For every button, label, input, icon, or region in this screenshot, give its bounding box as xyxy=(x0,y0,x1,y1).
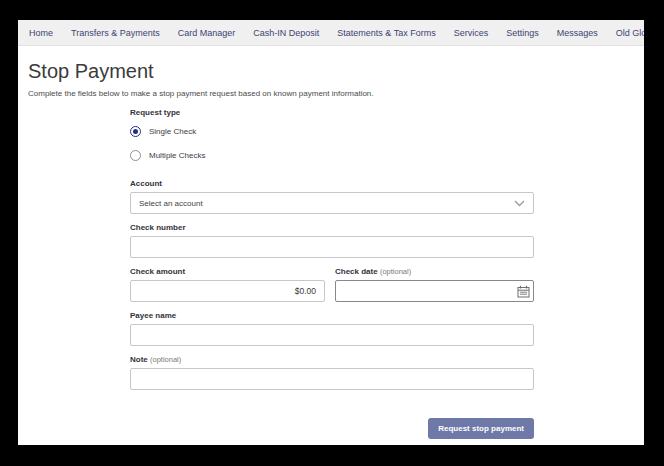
amount-date-row: Check amount $0.00 Check date (optional) xyxy=(130,267,534,302)
request-stop-payment-button[interactable]: Request stop payment xyxy=(428,418,534,439)
account-label: Account xyxy=(130,179,534,188)
nav-item-cash-in-deposit[interactable]: Cash-IN Deposit xyxy=(244,28,328,38)
page-title: Stop Payment xyxy=(28,60,634,83)
account-row: Account Select an account xyxy=(130,179,534,214)
note-label-text: Note xyxy=(130,355,148,364)
check-date-optional-text: (optional) xyxy=(380,267,411,276)
app-window: Home Transfers & Payments Card Manager C… xyxy=(18,20,644,445)
nav-item-statements-tax-forms[interactable]: Statements & Tax Forms xyxy=(328,28,444,38)
nav-item-card-manager[interactable]: Card Manager xyxy=(169,28,245,38)
request-type-label: Request type xyxy=(130,108,534,117)
note-row: Note (optional) xyxy=(130,355,534,390)
check-date-field: Check date (optional) xyxy=(335,267,534,302)
stop-payment-form: Request type Single Check Multiple Check… xyxy=(130,108,534,439)
nav-item-home[interactable]: Home xyxy=(20,28,62,38)
nav-item-old-glory-nation[interactable]: Old Glory Nation xyxy=(607,28,644,38)
main-content: Stop Payment Complete the fields below t… xyxy=(18,46,644,439)
nav-item-transfers-payments[interactable]: Transfers & Payments xyxy=(62,28,169,38)
check-number-input[interactable] xyxy=(130,236,534,258)
check-number-row: Check number xyxy=(130,223,534,258)
check-date-label: Check date (optional) xyxy=(335,267,534,276)
account-select[interactable]: Select an account xyxy=(130,192,534,214)
nav-item-settings[interactable]: Settings xyxy=(497,28,548,38)
radio-multiple-checks-control[interactable] xyxy=(130,150,141,161)
check-number-label: Check number xyxy=(130,223,534,232)
radio-single-check-label: Single Check xyxy=(149,127,196,136)
note-optional-text: (optional) xyxy=(150,355,181,364)
chevron-down-icon xyxy=(514,200,525,207)
account-select-placeholder: Select an account xyxy=(139,199,203,208)
check-amount-field: Check amount $0.00 xyxy=(130,267,325,302)
nav-item-messages[interactable]: Messages xyxy=(548,28,607,38)
check-date-input[interactable] xyxy=(336,282,513,300)
radio-option-multiple-checks[interactable]: Multiple Checks xyxy=(130,150,534,161)
page-description: Complete the fields below to make a stop… xyxy=(28,89,634,98)
calendar-button[interactable] xyxy=(513,281,533,301)
note-label: Note (optional) xyxy=(130,355,534,364)
request-type-group: Request type Single Check Multiple Check… xyxy=(130,108,534,161)
check-amount-input[interactable]: $0.00 xyxy=(130,280,325,302)
top-nav: Home Transfers & Payments Card Manager C… xyxy=(18,20,644,46)
radio-multiple-checks-label: Multiple Checks xyxy=(149,151,205,160)
radio-single-check-control[interactable] xyxy=(130,126,141,137)
payee-name-label: Payee name xyxy=(130,311,534,320)
payee-name-row: Payee name xyxy=(130,311,534,346)
radio-selected-dot xyxy=(133,129,138,134)
nav-item-services[interactable]: Services xyxy=(445,28,498,38)
calendar-icon xyxy=(517,285,530,298)
check-amount-label: Check amount xyxy=(130,267,325,276)
check-date-input-wrap xyxy=(335,280,534,302)
form-actions: Request stop payment xyxy=(130,417,534,439)
radio-option-single-check[interactable]: Single Check xyxy=(130,126,534,137)
note-input[interactable] xyxy=(130,368,534,390)
radio-unselected-dot xyxy=(133,153,138,158)
payee-name-input[interactable] xyxy=(130,324,534,346)
check-date-label-text: Check date xyxy=(335,267,378,276)
